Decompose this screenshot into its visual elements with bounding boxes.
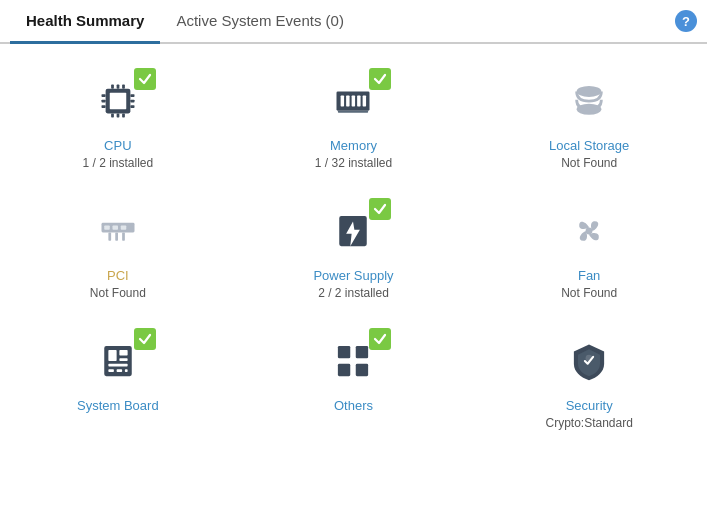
- svg-rect-43: [338, 363, 350, 375]
- health-grid: CPU 1 / 2 installed: [0, 44, 707, 454]
- svg-rect-6: [130, 99, 134, 102]
- grid-item-pci: PCI Not Found: [0, 184, 236, 314]
- security-label: Security: [566, 398, 613, 413]
- svg-rect-44: [356, 363, 368, 375]
- svg-rect-41: [338, 345, 350, 357]
- power-supply-icon-wrapper: [323, 202, 383, 262]
- memory-check-badge: [369, 68, 391, 90]
- memory-sub: 1 / 32 installed: [315, 156, 392, 170]
- tab-active-events[interactable]: Active System Events (0): [160, 0, 360, 44]
- svg-rect-20: [338, 110, 368, 112]
- cpu-icon-wrapper: [88, 72, 148, 132]
- grid-item-power-supply: Power Supply 2 / 2 installed: [236, 184, 472, 314]
- svg-rect-27: [108, 232, 111, 240]
- svg-rect-1: [110, 92, 127, 109]
- svg-rect-4: [101, 105, 105, 108]
- svg-point-21: [577, 85, 602, 96]
- security-icon: [567, 339, 611, 386]
- pci-label: PCI: [107, 268, 129, 283]
- cpu-label: CPU: [104, 138, 131, 153]
- svg-rect-11: [111, 113, 114, 117]
- grid-item-system-board: System Board: [0, 314, 236, 444]
- grid-item-fan: Fan Not Found: [471, 184, 707, 314]
- help-icon[interactable]: ?: [675, 10, 697, 32]
- svg-rect-13: [122, 113, 125, 117]
- security-sub: Crypto:Standard: [545, 416, 632, 430]
- svg-rect-38: [108, 369, 114, 372]
- svg-rect-8: [111, 84, 114, 88]
- svg-rect-7: [130, 105, 134, 108]
- grid-item-security: Security Crypto:Standard: [471, 314, 707, 444]
- fan-icon: [567, 209, 611, 256]
- svg-rect-29: [122, 232, 125, 240]
- local-storage-icon: [567, 79, 611, 126]
- others-icon-wrapper: [323, 332, 383, 392]
- cpu-check-badge: [134, 68, 156, 90]
- power-supply-sub: 2 / 2 installed: [318, 286, 389, 300]
- grid-item-local-storage: Local Storage Not Found: [471, 54, 707, 184]
- svg-rect-18: [358, 95, 361, 106]
- others-label: Others: [334, 398, 373, 413]
- svg-rect-34: [108, 350, 116, 361]
- svg-rect-5: [130, 94, 134, 97]
- svg-point-22: [577, 103, 602, 114]
- memory-label: Memory: [330, 138, 377, 153]
- svg-rect-39: [116, 369, 122, 372]
- svg-rect-15: [341, 95, 344, 106]
- pci-sub: Not Found: [90, 286, 146, 300]
- svg-rect-17: [352, 95, 355, 106]
- power-supply-label: Power Supply: [313, 268, 393, 283]
- svg-rect-3: [101, 99, 105, 102]
- svg-rect-42: [356, 345, 368, 357]
- svg-rect-36: [119, 358, 127, 361]
- tab-health-summary[interactable]: Health Summary: [10, 0, 160, 44]
- local-storage-label: Local Storage: [549, 138, 629, 153]
- fan-label: Fan: [578, 268, 600, 283]
- app-container: Health Summary Active System Events (0) …: [0, 0, 707, 454]
- tab-bar: Health Summary Active System Events (0) …: [0, 0, 707, 44]
- fan-icon-wrapper: [559, 202, 619, 262]
- system-board-label: System Board: [77, 398, 159, 413]
- fan-sub: Not Found: [561, 286, 617, 300]
- svg-rect-37: [108, 363, 127, 366]
- svg-rect-19: [363, 95, 366, 106]
- svg-point-45: [586, 354, 593, 361]
- pci-icon: [96, 209, 140, 256]
- svg-rect-10: [122, 84, 125, 88]
- svg-rect-26: [121, 225, 127, 229]
- system-board-check-badge: [134, 328, 156, 350]
- svg-rect-35: [119, 350, 127, 356]
- memory-icon-wrapper: [323, 72, 383, 132]
- svg-rect-24: [104, 225, 110, 229]
- local-storage-icon-wrapper: [559, 72, 619, 132]
- others-check-badge: [369, 328, 391, 350]
- svg-rect-9: [116, 84, 119, 88]
- svg-rect-2: [101, 94, 105, 97]
- svg-rect-12: [116, 113, 119, 117]
- local-storage-sub: Not Found: [561, 156, 617, 170]
- svg-rect-25: [112, 225, 118, 229]
- power-check-badge: [369, 198, 391, 220]
- svg-rect-16: [347, 95, 350, 106]
- cpu-sub: 1 / 2 installed: [82, 156, 153, 170]
- grid-item-cpu: CPU 1 / 2 installed: [0, 54, 236, 184]
- grid-item-others: Others: [236, 314, 472, 444]
- pci-icon-wrapper: [88, 202, 148, 262]
- svg-rect-28: [115, 232, 118, 240]
- security-icon-wrapper: [559, 332, 619, 392]
- system-board-icon-wrapper: [88, 332, 148, 392]
- svg-rect-40: [125, 369, 128, 372]
- grid-item-memory: Memory 1 / 32 installed: [236, 54, 472, 184]
